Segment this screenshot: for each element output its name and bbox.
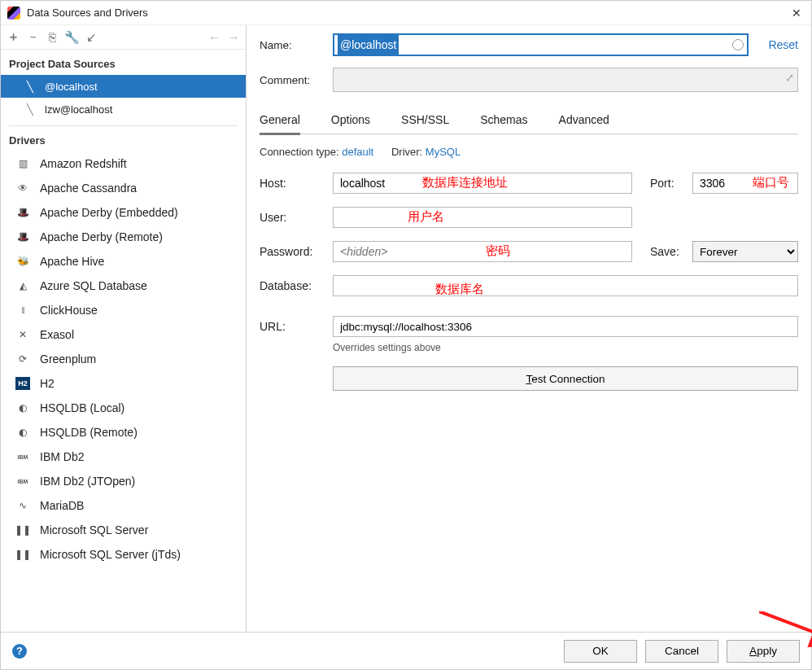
driver-icon: ∿ [15, 499, 30, 512]
host-input[interactable] [333, 173, 632, 194]
driver-item[interactable]: ∿MariaDB [1, 493, 246, 518]
expand-icon[interactable]: ⤢ [785, 72, 794, 84]
project-sources-header: Project Data Sources [1, 50, 246, 75]
driver-item[interactable]: ❚❚Microsoft SQL Server (jTds) [1, 542, 246, 567]
drivers-header: Drivers [1, 131, 246, 151]
sidebar-tree: ╲ @localhost ╲ lzw@localhost Drivers ▥Am… [1, 75, 246, 632]
apply-button[interactable]: Apply [727, 640, 800, 663]
copy-button[interactable]: ⎘ [45, 30, 59, 44]
driver-icon: ◐ [15, 426, 30, 439]
save-label: Save: [650, 245, 692, 258]
driver-item[interactable]: IBMIBM Db2 (JTOpen) [1, 469, 246, 493]
titlebar: Data Sources and Drivers ✕ [1, 1, 811, 25]
add-button[interactable]: ＋ [6, 29, 20, 45]
driver-item[interactable]: IBMIBM Db2 [1, 444, 246, 469]
driver-item[interactable]: ▥Amazon Redshift [1, 151, 246, 176]
driver-label: Apache Hive [40, 255, 104, 268]
driver-item[interactable]: 🐝Apache Hive [1, 249, 246, 274]
datasource-label: @localhost [45, 81, 98, 93]
driver-item[interactable]: H2H2 [1, 371, 246, 396]
tab-options[interactable]: Options [331, 107, 370, 134]
help-icon[interactable]: ? [12, 644, 27, 659]
user-input[interactable] [333, 207, 632, 228]
driver-label: Azure SQL Database [40, 279, 147, 292]
driver-item[interactable]: ✕Exasol [1, 322, 246, 347]
driver-label: Amazon Redshift [40, 157, 127, 170]
color-picker-icon[interactable] [732, 39, 744, 50]
connection-info-row: Connection type: default Driver: MySQL [260, 134, 798, 173]
tab-sshssl[interactable]: SSH/SSL [401, 107, 449, 134]
driver-item[interactable]: 👁Apache Cassandra [1, 176, 246, 200]
driver-icon: IBM [15, 450, 30, 463]
driver-label: HSQLDB (Remote) [40, 426, 138, 439]
forward-icon[interactable]: → [226, 30, 241, 44]
password-label: Password: [260, 245, 333, 258]
host-label: Host: [260, 177, 333, 190]
driver-label: Apache Derby (Remote) [40, 230, 163, 243]
driver-item[interactable]: ◐HSQLDB (Local) [1, 396, 246, 420]
driver-icon: 🐝 [15, 255, 30, 268]
save-select[interactable]: Forever [692, 241, 798, 262]
import-icon[interactable]: ↙ [84, 30, 98, 45]
driver-link[interactable]: MySQL [426, 146, 461, 158]
driver-icon: ⟳ [15, 353, 30, 366]
comment-row: Comment: ⤢ [260, 68, 798, 92]
driver-label: Greenplum [40, 353, 96, 366]
datasource-item[interactable]: ╲ @localhost [1, 75, 246, 98]
ok-button[interactable]: OK [564, 640, 637, 663]
tab-advanced[interactable]: Advanced [559, 107, 609, 134]
close-icon[interactable]: ✕ [788, 7, 805, 20]
url-input[interactable] [333, 316, 798, 337]
driver-item[interactable]: ❚❚Microsoft SQL Server [1, 518, 246, 542]
main-panel: Name: @localhost Reset Comment: ⤢ Genera… [247, 25, 811, 632]
driver-icon: ◭ [15, 279, 30, 292]
cancel-button[interactable]: Cancel [645, 640, 718, 663]
datasource-label: lzw@localhost [45, 103, 112, 116]
datasource-icon: ╲ [24, 103, 37, 116]
tab-general[interactable]: General [260, 107, 300, 135]
dialog-footer: ? OK Cancel Apply [1, 632, 811, 669]
reset-link[interactable]: Reset [768, 38, 798, 51]
port-input[interactable] [692, 173, 798, 194]
driver-icon: IBM [15, 475, 30, 488]
driver-label: ClickHouse [40, 304, 98, 317]
password-input[interactable] [333, 241, 632, 262]
datasource-icon: ╲ [24, 80, 37, 93]
dialog-window: Data Sources and Drivers ✕ ＋ － ⎘ 🔧 ↙ ← →… [0, 0, 812, 670]
remove-button[interactable]: － [25, 29, 40, 45]
driver-item[interactable]: ⦀ClickHouse [1, 298, 246, 322]
driver-item[interactable]: ⟳Greenplum [1, 347, 246, 371]
user-row: User: 用户名 [260, 207, 798, 228]
url-hint: Overrides settings above [333, 342, 798, 353]
database-row: Database: 数据库名 [260, 275, 798, 296]
name-selection-highlight: @localhost [338, 35, 399, 55]
driver-item[interactable]: 🎩Apache Derby (Embedded) [1, 200, 246, 225]
driver-icon: ◐ [15, 401, 30, 414]
tab-schemas[interactable]: Schemas [480, 107, 527, 134]
app-icon [7, 7, 20, 20]
driver-item[interactable]: ◭Azure SQL Database [1, 274, 246, 298]
driver-icon: H2 [15, 377, 30, 390]
driver-item[interactable]: 🎩Apache Derby (Remote) [1, 225, 246, 249]
driver-icon: ❚❚ [15, 523, 30, 536]
comment-input[interactable]: ⤢ [333, 68, 798, 92]
database-input[interactable] [333, 275, 798, 296]
user-label: User: [260, 211, 333, 224]
connection-type-label: Connection type: [260, 146, 339, 158]
driver-icon: ❚❚ [15, 548, 30, 561]
connection-type-link[interactable]: default [342, 146, 373, 158]
driver-label: Driver: [391, 146, 422, 158]
driver-label: Microsoft SQL Server (jTds) [40, 548, 181, 561]
driver-icon: ▥ [15, 157, 30, 170]
driver-label: Apache Cassandra [40, 182, 137, 195]
driver-item[interactable]: ◐HSQLDB (Remote) [1, 420, 246, 444]
host-row: Host: 数据库连接地址 Port: 端口号 [260, 173, 798, 194]
driver-icon: 🎩 [15, 230, 30, 243]
datasource-item[interactable]: ╲ lzw@localhost [1, 98, 246, 120]
back-icon[interactable]: ← [207, 30, 221, 44]
settings-icon[interactable]: 🔧 [64, 30, 79, 45]
database-label: Database: [260, 279, 333, 292]
sidebar-toolbar: ＋ － ⎘ 🔧 ↙ ← → [1, 25, 246, 50]
driver-icon: 👁 [15, 182, 30, 195]
test-connection-button[interactable]: Test Connection [333, 366, 798, 391]
